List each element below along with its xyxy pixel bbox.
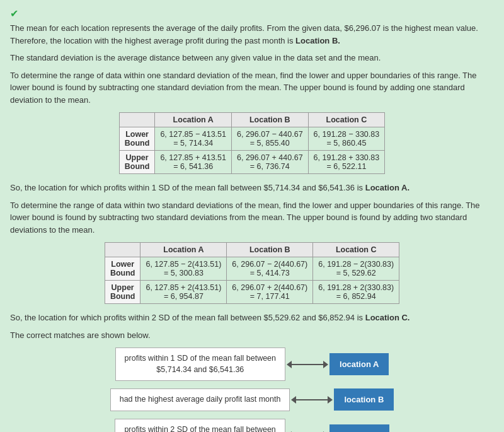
table2-header-location-a: Location A: [140, 243, 227, 257]
check-icon: ✔: [10, 8, 494, 20]
table-row: LowerBound 6, 127.85 − 413.51= 5, 714.34…: [119, 127, 384, 151]
table2-upper-b: 6, 296.07 + 2(440.67)= 7, 177.41: [227, 281, 313, 304]
arrow-line-1: [292, 364, 323, 365]
match-row-3: profits within 2 SD of the mean fall bet…: [115, 419, 389, 433]
table1-lower-a: 6, 127.85 − 413.51= 5, 714.34: [155, 127, 232, 151]
table1-header-location-c: Location C: [308, 113, 385, 127]
table-2: Location A Location B Location C LowerBo…: [105, 242, 399, 304]
arrow-both-1: [287, 361, 328, 368]
table2-upper-a: 6, 127.85 + 2(413.51)= 6, 954.87: [140, 281, 227, 304]
correct-matches-label: The correct matches are shown below.: [10, 329, 494, 342]
arrow-line-2: [296, 399, 328, 400]
location-c-bold: Location C.: [365, 313, 410, 322]
result-1-paragraph: So, the location for which profits withi…: [10, 182, 494, 194]
table1-upper-b: 6, 296.07 + 440.67= 6, 736.74: [231, 151, 308, 174]
table1-lower-c: 6, 191.28 − 330.83= 5, 860.45: [308, 127, 385, 151]
table1-header-location-a: Location A: [155, 113, 232, 127]
location-a-bold: Location A.: [365, 183, 410, 192]
table1-upper-c: 6, 191.28 + 330.83= 6, 522.11: [308, 151, 385, 174]
table-1-wrapper: Location A Location B Location C LowerBo…: [10, 112, 494, 174]
table2-header-location-b: Location B: [227, 243, 313, 257]
table2-header-location-c: Location C: [313, 243, 399, 257]
table1-header-empty: [119, 113, 155, 127]
table-row: LowerBound 6, 127.85 − 2(413.51)= 5, 300…: [105, 257, 399, 281]
table1-header-location-b: Location B: [231, 113, 308, 127]
location-b-button[interactable]: location B: [334, 388, 394, 411]
match-box-2: had the highest average daily profit las…: [110, 388, 290, 411]
match-box-1: profits within 1 SD of the mean fall bet…: [115, 347, 285, 381]
table2-lower-a: 6, 127.85 − 2(413.51)= 5, 300.83: [140, 257, 227, 281]
arrow-right-1: [323, 361, 328, 368]
location-a-button[interactable]: location A: [329, 353, 389, 375]
arrow-right-2: [328, 396, 333, 404]
intro-paragraph: The mean for each location represents th…: [10, 22, 494, 47]
arrow-connector-1: [287, 361, 328, 368]
table2-lower-bound-header: LowerBound: [105, 257, 140, 281]
table2-header-empty: [105, 243, 140, 257]
table1-upper-a: 6, 127.85 + 413.51= 6, 541.36: [155, 151, 232, 174]
std-dev-paragraph: The standard deviation is the average di…: [10, 52, 494, 64]
arrow-left-1: [287, 361, 292, 368]
table-2-wrapper: Location A Location B Location C LowerBo…: [10, 242, 494, 304]
table-row: UpperBound 6, 127.85 + 413.51= 6, 541.36…: [119, 151, 384, 174]
range-paragraph-2: To determine the range of data within tw…: [10, 199, 494, 236]
result-2-paragraph: So, the location for which profits withi…: [10, 312, 494, 324]
table1-lower-bound-header: LowerBound: [119, 127, 155, 151]
arrow-left-2: [291, 396, 296, 404]
table2-upper-c: 6, 191.28 + 2(330.83)= 6, 852.94: [313, 281, 399, 304]
match-row-1: profits within 1 SD of the mean fall bet…: [115, 347, 389, 381]
arrow-both-2: [291, 396, 333, 404]
arrow-connector-2: [291, 396, 333, 404]
table1-lower-b: 6, 296.07 − 440.67= 5, 855.40: [231, 127, 308, 151]
location-b-bold: Location B.: [295, 36, 340, 45]
table2-lower-b: 6, 296.07 − 2(440.67)= 5, 414.73: [227, 257, 313, 281]
table-row: UpperBound 6, 127.85 + 2(413.51)= 6, 954…: [105, 281, 399, 304]
location-c-button[interactable]: location C: [329, 424, 389, 433]
table1-upper-bound-header: UpperBound: [119, 151, 155, 174]
table-1: Location A Location B Location C LowerBo…: [119, 112, 385, 174]
match-row-2: had the highest average daily profit las…: [110, 388, 394, 411]
range-paragraph-1: To determine the range of data within on…: [10, 69, 494, 107]
table2-lower-c: 6, 191.28 − 2(330.83)= 5, 529.62: [313, 257, 399, 281]
match-box-3: profits within 2 SD of the mean fall bet…: [115, 419, 285, 433]
table2-upper-bound-header: UpperBound: [105, 281, 140, 304]
matching-section: profits within 1 SD of the mean fall bet…: [10, 347, 494, 432]
